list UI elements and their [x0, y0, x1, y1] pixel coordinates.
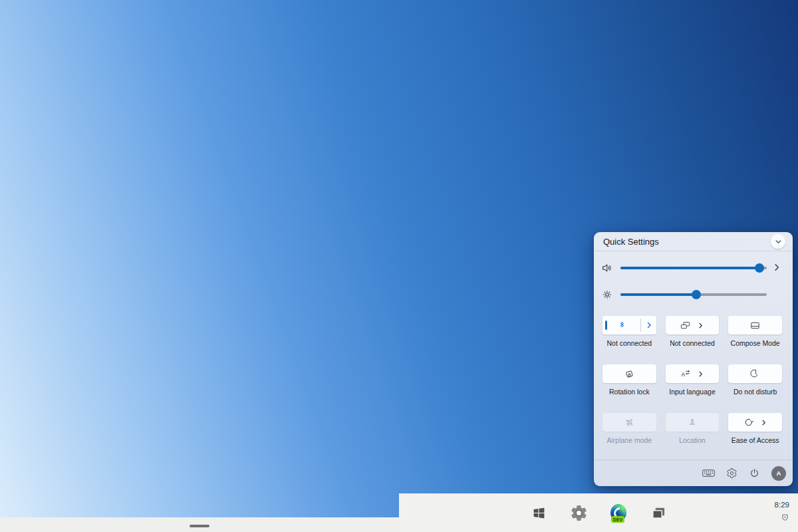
airplane-icon — [624, 417, 635, 428]
edge-dev-badge: DEV — [611, 516, 624, 523]
brightness-slider-thumb[interactable] — [692, 290, 701, 299]
quick-settings-panel: Quick Settings — [594, 232, 793, 486]
tile-location[interactable] — [666, 413, 720, 432]
settings-gear-icon — [569, 503, 589, 523]
windows-start-icon — [532, 506, 546, 520]
volume-slider-row — [594, 259, 793, 277]
edge-dev-icon: DEV — [610, 504, 626, 521]
gesture-bar-handle[interactable] — [190, 525, 209, 527]
tile-split-divider — [640, 319, 641, 332]
compose-mode-icon — [749, 320, 761, 331]
tile-label: Location — [666, 436, 720, 444]
tile-label: Airplane mode — [602, 436, 656, 444]
shield-status-icon[interactable] — [782, 514, 788, 521]
tile-label: Ease of Access — [728, 436, 782, 444]
taskbar-left-segment — [0, 517, 399, 532]
tile-rotation-lock[interactable] — [602, 364, 656, 383]
tile-label: Compose Mode — [728, 339, 782, 347]
settings-gear-icon[interactable] — [726, 467, 737, 479]
tile-bluetooth[interactable] — [602, 316, 656, 334]
tile-label: Rotation lock — [602, 388, 656, 396]
bluetooth-flyout-chevron-icon[interactable] — [645, 321, 653, 329]
taskbar-clock[interactable]: 8:29 — [775, 501, 789, 509]
tile-compose-mode[interactable] — [728, 316, 782, 334]
panel-title: Quick Settings — [603, 237, 659, 247]
quick-settings-header: Quick Settings — [594, 232, 793, 251]
cast-icon — [680, 320, 691, 331]
task-view-button[interactable] — [650, 503, 666, 523]
ease-of-access-flyout-chevron-icon[interactable] — [760, 419, 767, 426]
panel-footer: A — [594, 460, 793, 486]
sun-icon — [601, 289, 613, 301]
volume-flyout-chevron-icon[interactable] — [772, 263, 781, 272]
edge-dev-browser-button[interactable]: DEV — [610, 503, 626, 523]
input-language-icon: A — [680, 368, 691, 380]
tile-label: Not connected — [602, 339, 656, 347]
do-not-disturb-moon-icon — [750, 368, 761, 379]
volume-slider-thumb[interactable] — [755, 263, 764, 273]
location-icon — [687, 417, 698, 428]
speaker-icon — [601, 262, 613, 274]
collapse-panel-button[interactable] — [771, 234, 785, 249]
avatar-letter: A — [777, 469, 781, 477]
power-icon[interactable] — [749, 467, 760, 479]
taskbar-icon-group: DEV — [531, 493, 666, 532]
tile-airplane-mode[interactable] — [602, 413, 656, 432]
brightness-slider-fill — [620, 293, 696, 296]
quick-actions-grid: Not connected Not connected — [602, 316, 782, 462]
tile-label: Input language — [666, 388, 720, 396]
settings-app-button[interactable] — [571, 503, 587, 523]
tile-label: Not connected — [666, 339, 720, 347]
cast-flyout-chevron-icon[interactable] — [697, 322, 704, 329]
tile-input-language[interactable]: A — [666, 364, 720, 383]
rotation-lock-icon — [624, 368, 635, 380]
taskbar-right-segment: DEV 8:29 — [399, 493, 798, 532]
task-view-icon — [651, 506, 666, 520]
tile-label: Do not disturb — [728, 388, 782, 396]
volume-slider-fill — [620, 267, 759, 269]
bluetooth-icon — [602, 316, 641, 334]
tile-do-not-disturb[interactable] — [728, 364, 782, 383]
ease-of-access-icon — [743, 417, 754, 428]
keyboard-icon[interactable] — [702, 469, 715, 477]
brightness-slider-row — [594, 285, 793, 304]
input-language-flyout-chevron-icon[interactable] — [697, 370, 704, 378]
tile-cast[interactable] — [666, 316, 720, 334]
svg-text:A: A — [682, 371, 686, 378]
desktop: Quick Settings — [0, 0, 798, 532]
start-button[interactable] — [531, 503, 547, 523]
user-avatar[interactable]: A — [771, 466, 786, 481]
chevron-down-icon — [775, 238, 782, 245]
tile-ease-of-access[interactable] — [728, 413, 782, 432]
